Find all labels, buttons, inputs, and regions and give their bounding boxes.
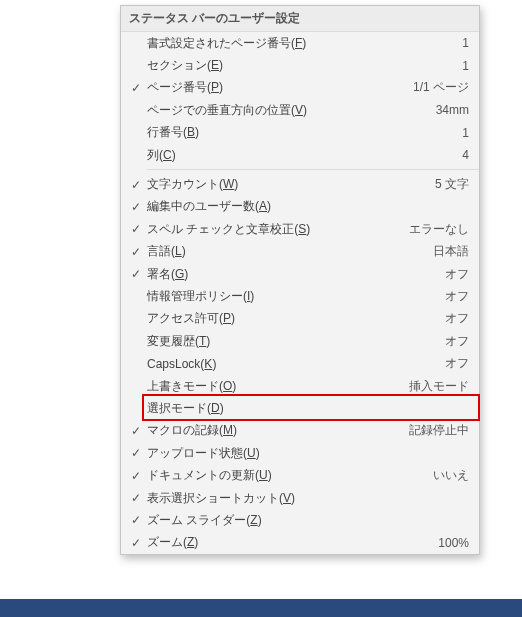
menu-item[interactable]: ✓ズーム(Z)100% — [121, 532, 479, 554]
menu-title: ステータス バーのユーザー設定 — [121, 6, 479, 32]
menu-item[interactable]: ✓署名(G)オフ — [121, 263, 479, 285]
check-icon: ✓ — [125, 446, 147, 460]
menu-item-label: マクロの記録(M) — [147, 422, 409, 439]
menu-item-value: 1/1 ページ — [413, 79, 469, 96]
menu-item-label: 文字カウント(W) — [147, 176, 435, 193]
menu-item-value: 34mm — [436, 103, 469, 117]
menu-item-value: エラーなし — [409, 221, 469, 238]
menu-item-value: 1 — [462, 126, 469, 140]
check-icon: ✓ — [125, 513, 147, 527]
menu-item[interactable]: 列(C)4 — [121, 144, 479, 166]
menu-item[interactable]: ✓文字カウント(W)5 文字 — [121, 173, 479, 195]
check-icon: ✓ — [125, 222, 147, 236]
menu-item-label: 書式設定されたページ番号(F) — [147, 35, 462, 52]
menu-item[interactable]: ✓スペル チェックと文章校正(S)エラーなし — [121, 218, 479, 240]
menu-item-label: 編集中のユーザー数(A) — [147, 198, 469, 215]
menu-item-label: 選択モード(D) — [147, 400, 469, 417]
menu-item[interactable]: 選択モード(D) — [121, 397, 479, 419]
menu-item-label: 上書きモード(O) — [147, 378, 409, 395]
menu-separator — [147, 169, 479, 170]
menu-item[interactable]: 変更履歴(T)オフ — [121, 330, 479, 352]
check-icon: ✓ — [125, 267, 147, 281]
menu-item-label: ドキュメントの更新(U) — [147, 467, 433, 484]
menu-item[interactable]: ✓アップロード状態(U) — [121, 442, 479, 464]
menu-item-value: 日本語 — [433, 243, 469, 260]
check-icon: ✓ — [125, 424, 147, 438]
menu-item-label: アクセス許可(P) — [147, 310, 445, 327]
check-icon: ✓ — [125, 245, 147, 259]
menu-item-value: 挿入モード — [409, 378, 469, 395]
check-icon: ✓ — [125, 200, 147, 214]
menu-item-value: オフ — [445, 310, 469, 327]
menu-item[interactable]: 書式設定されたページ番号(F)1 — [121, 32, 479, 54]
menu-item[interactable]: ✓編集中のユーザー数(A) — [121, 196, 479, 218]
menu-item-label: アップロード状態(U) — [147, 445, 469, 462]
menu-item-value: 1 — [462, 59, 469, 73]
menu-item-label: ズーム(Z) — [147, 534, 438, 551]
menu-item-value: いいえ — [433, 467, 469, 484]
menu-item-label: ページ番号(P) — [147, 79, 413, 96]
statusbar-customize-menu: ステータス バーのユーザー設定 書式設定されたページ番号(F)1セクション(E)… — [120, 5, 480, 555]
menu-item-label: セクション(E) — [147, 57, 462, 74]
menu-item[interactable]: 情報管理ポリシー(I)オフ — [121, 285, 479, 307]
menu-item-value: 5 文字 — [435, 176, 469, 193]
menu-item-label: ズーム スライダー(Z) — [147, 512, 469, 529]
menu-item-label: 情報管理ポリシー(I) — [147, 288, 445, 305]
check-icon: ✓ — [125, 491, 147, 505]
menu-item-value: 100% — [438, 536, 469, 550]
menu-item-label: スペル チェックと文章校正(S) — [147, 221, 409, 238]
menu-item-label: 変更履歴(T) — [147, 333, 445, 350]
menu-item-label: CapsLock(K) — [147, 357, 445, 371]
check-icon: ✓ — [125, 178, 147, 192]
menu-item-label: 列(C) — [147, 147, 462, 164]
menu-item[interactable]: 行番号(B)1 — [121, 122, 479, 144]
check-icon: ✓ — [125, 81, 147, 95]
menu-item-label: 言語(L) — [147, 243, 433, 260]
menu-item-label: 表示選択ショートカット(V) — [147, 490, 469, 507]
menu-item-value: 記録停止中 — [409, 422, 469, 439]
check-icon: ✓ — [125, 469, 147, 483]
menu-item[interactable]: 上書きモード(O)挿入モード — [121, 375, 479, 397]
menu-item-value: オフ — [445, 288, 469, 305]
menu-item[interactable]: ✓表示選択ショートカット(V) — [121, 487, 479, 509]
menu-item[interactable]: アクセス許可(P)オフ — [121, 308, 479, 330]
menu-item-value: 1 — [462, 36, 469, 50]
menu-item-value: オフ — [445, 355, 469, 372]
menu-item[interactable]: ✓言語(L)日本語 — [121, 241, 479, 263]
app-footer-stripe — [0, 599, 522, 617]
menu-item[interactable]: ✓マクロの記録(M)記録停止中 — [121, 420, 479, 442]
menu-item[interactable]: ✓ズーム スライダー(Z) — [121, 509, 479, 531]
menu-item[interactable]: ページでの垂直方向の位置(V)34mm — [121, 99, 479, 121]
menu-item[interactable]: セクション(E)1 — [121, 54, 479, 76]
menu-item-value: 4 — [462, 148, 469, 162]
menu-item-value: オフ — [445, 266, 469, 283]
menu-item[interactable]: ✓ドキュメントの更新(U)いいえ — [121, 464, 479, 486]
menu-item-value: オフ — [445, 333, 469, 350]
menu-item[interactable]: CapsLock(K)オフ — [121, 352, 479, 374]
menu-item-label: 行番号(B) — [147, 124, 462, 141]
menu-item-label: 署名(G) — [147, 266, 445, 283]
menu-item-label: ページでの垂直方向の位置(V) — [147, 102, 436, 119]
check-icon: ✓ — [125, 536, 147, 550]
menu-item[interactable]: ✓ページ番号(P)1/1 ページ — [121, 77, 479, 99]
